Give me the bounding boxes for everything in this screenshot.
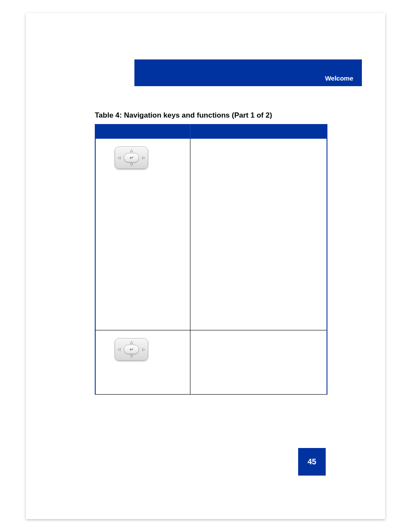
table-cell-description xyxy=(190,139,327,330)
table-cell-key: △ ▽ ◁ ▷ ↵ xyxy=(96,139,190,330)
arrow-left-icon: ◁ xyxy=(118,348,121,352)
navigation-pad-icon: △ ▽ ◁ ▷ ↵ xyxy=(115,338,148,361)
document-page: Welcome Table 4: Navigation keys and fun… xyxy=(26,13,385,519)
navigation-keys-table: △ ▽ ◁ ▷ ↵ △ ▽ ◁ ▷ ↵ xyxy=(95,124,327,395)
section-header-label: Welcome xyxy=(325,75,353,82)
arrow-down-icon: ▽ xyxy=(130,163,133,167)
table-cell-key: △ ▽ ◁ ▷ ↵ xyxy=(96,330,190,394)
arrow-up-icon: △ xyxy=(130,340,133,344)
table-cell-description xyxy=(190,330,327,394)
table-header-cell xyxy=(96,124,190,139)
arrow-right-icon: ▷ xyxy=(142,348,145,352)
section-header-bar: Welcome xyxy=(134,59,362,86)
arrow-down-icon: ▽ xyxy=(130,355,133,358)
table-row: △ ▽ ◁ ▷ ↵ xyxy=(96,330,327,394)
arrow-right-icon: ▷ xyxy=(142,156,145,160)
table-header-row xyxy=(96,124,327,139)
arrow-up-icon: △ xyxy=(130,149,133,152)
table-header-cell xyxy=(190,124,327,139)
enter-key-icon: ↵ xyxy=(124,345,139,354)
table-row: △ ▽ ◁ ▷ ↵ xyxy=(96,139,327,330)
table-caption: Table 4: Navigation keys and functions (… xyxy=(95,111,272,120)
navigation-pad-icon: △ ▽ ◁ ▷ ↵ xyxy=(115,146,148,169)
enter-key-icon: ↵ xyxy=(124,153,139,162)
page-number-badge: 45 xyxy=(298,448,326,476)
arrow-left-icon: ◁ xyxy=(118,156,121,160)
